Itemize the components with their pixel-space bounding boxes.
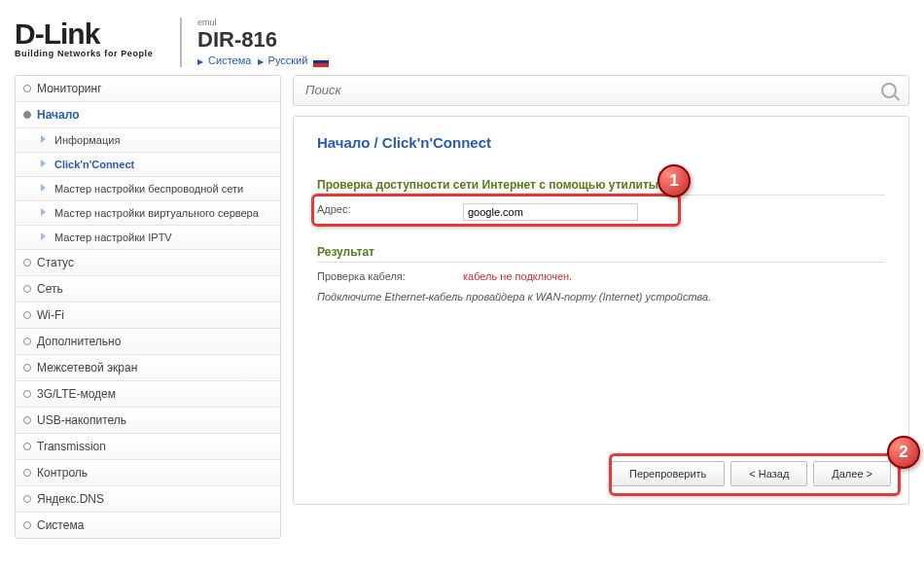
sidebar-item-firewall[interactable]: Межсетевой экран [16,355,280,381]
model-block: emul DIR-816 ▶ Система ▶ Русский [180,18,329,67]
sidebar-item-control[interactable]: Контроль [16,460,280,486]
content-panel: Начало / Click'n'Connect Проверка доступ… [293,116,909,505]
sidebar-item-vserver-wizard[interactable]: Мастер настройки виртуального сервера [16,201,280,226]
sidebar-item-system[interactable]: Система [16,513,280,538]
button-bar: Перепроверить < Назад Далее > [611,461,891,486]
sidebar-item-3g-lte[interactable]: 3G/LTE-модем [16,381,280,408]
chevron-right-icon: ▶ [197,57,203,66]
section-ping: Проверка доступности сети Интернет с пом… [317,178,885,226]
address-label: Адрес: [317,203,463,221]
search-bar [293,75,909,106]
main-area: Начало / Click'n'Connect Проверка доступ… [293,75,909,539]
sidebar-item-iptv-wizard[interactable]: Мастер настройки IPTV [16,226,280,250]
sidebar-item-advanced[interactable]: Дополнительно [16,329,280,355]
section-ping-title: Проверка доступности сети Интернет с пом… [317,178,885,196]
cable-check-row: Проверка кабеля: кабель не подключен. [317,266,885,287]
sidebar-item-clicknconnect[interactable]: Click'n'Connect [16,153,280,177]
brand-tagline: Building Networks for People [15,49,180,58]
model-name: DIR-816 [197,27,329,53]
link-language[interactable]: Русский [268,54,308,66]
brand-logo: D-Link Building Networks for People [15,18,180,58]
address-row: Адрес: [317,198,885,226]
recheck-button[interactable]: Перепроверить [611,461,725,486]
page-header: D-Link Building Networks for People emul… [15,8,909,75]
next-button[interactable]: Далее > [813,461,891,486]
sidebar-item-monitoring[interactable]: Мониторинг [16,76,280,102]
chevron-right-icon: ▶ [258,57,264,66]
sidebar-item-network[interactable]: Сеть [16,276,280,303]
link-system[interactable]: Система [208,54,251,66]
section-result: Результат Проверка кабеля: кабель не под… [317,245,885,303]
back-button[interactable]: < Назад [730,461,807,486]
sidebar-item-yandex-dns[interactable]: Яндекс.DNS [16,486,280,513]
sidebar-item-transmission[interactable]: Transmission [16,434,280,460]
result-hint: Подключите Ethernet-кабель провайдера к … [317,291,885,303]
sidebar-item-start[interactable]: Начало [16,102,280,128]
top-links: ▶ Система ▶ Русский [197,54,329,67]
breadcrumb: Начало / Click'n'Connect [317,134,885,151]
model-superscript: emul [197,18,329,27]
sidebar-item-wifi[interactable]: Wi-Fi [16,303,280,329]
cable-check-label: Проверка кабеля: [317,270,463,282]
sidebar: Мониторинг Начало Информация Click'n'Con… [15,75,281,539]
flag-ru-icon [313,56,329,67]
sidebar-item-usb[interactable]: USB-накопитель [16,408,280,434]
section-result-title: Результат [317,245,885,263]
address-input[interactable] [463,203,638,221]
sidebar-item-status[interactable]: Статус [16,250,280,276]
sidebar-item-wireless-wizard[interactable]: Мастер настройки беспроводной сети [16,177,280,201]
cable-check-value: кабель не подключен. [463,270,572,282]
search-input[interactable] [305,83,881,97]
annotation-badge-2: 2 [887,436,920,469]
sidebar-item-info[interactable]: Информация [16,128,280,153]
brand-name: D-Link [15,18,180,51]
search-icon[interactable] [881,83,897,98]
